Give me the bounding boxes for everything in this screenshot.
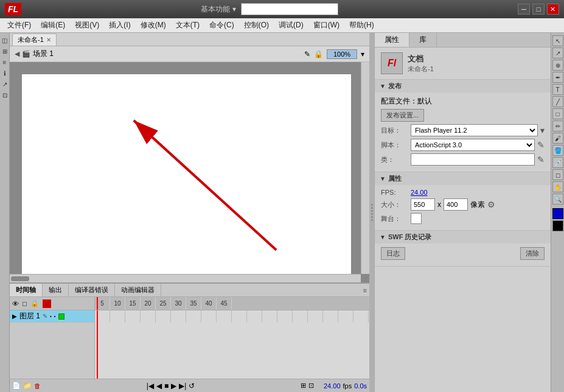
rt-eyedrop-tool[interactable]: 💉 <box>552 157 563 168</box>
menu-insert[interactable]: 插入(I) <box>104 19 135 32</box>
rt-fill-color[interactable] <box>552 208 563 219</box>
script-select[interactable]: ActionScript 3.0 <box>411 139 535 151</box>
menu-command[interactable]: 命令(C) <box>204 19 239 32</box>
outline-icon[interactable]: 🔒 <box>30 299 39 307</box>
layer-expand-icon[interactable]: ▶ <box>12 313 17 320</box>
rt-arrow-tool[interactable]: ↖ <box>552 35 563 46</box>
target-edit-btn[interactable]: ▾ <box>540 125 545 135</box>
tl-loop-btn[interactable]: ↺ <box>189 382 195 390</box>
class-label: 类： <box>381 155 408 164</box>
back-button[interactable]: ◀ <box>15 50 19 58</box>
scene-icon: 🎬 <box>22 50 30 58</box>
menu-modify[interactable]: 修改(M) <box>136 19 171 32</box>
publish-settings-button[interactable]: 发布设置... <box>381 109 424 122</box>
close-button[interactable]: ✕ <box>547 4 559 15</box>
size-height-input[interactable] <box>444 198 468 211</box>
swf-section-header[interactable]: ▼ SWF 历史记录 <box>375 231 551 243</box>
tl-playback-prev[interactable]: ◀ <box>156 382 162 390</box>
eye-icon[interactable]: 👁 <box>12 300 19 307</box>
tl-playback-start[interactable]: |◀ <box>147 382 154 390</box>
frame-num-15: 15 <box>125 297 141 310</box>
menu-view[interactable]: 视图(V) <box>70 19 104 32</box>
layer-pencil-icon[interactable]: ✎ <box>43 313 47 320</box>
tl-add-folder-btn[interactable]: 📁 <box>23 382 32 390</box>
tl-tab-errors[interactable]: 编译器错误 <box>69 284 115 296</box>
class-edit-btn[interactable]: ✎ <box>537 155 545 164</box>
title-bar-left: FL <box>5 3 21 15</box>
swf-log-button[interactable]: 日志 <box>381 247 405 260</box>
tl-playback-play[interactable]: ▶ <box>171 382 176 390</box>
left-tool-5[interactable]: ↗ <box>0 79 10 89</box>
doc-header: Fl 文档 未命名-1 <box>375 47 551 80</box>
menu-help[interactable]: 帮助(H) <box>344 19 379 32</box>
canvas-scrollbar-horizontal[interactable] <box>10 274 361 282</box>
tl-frames-track[interactable] <box>95 310 369 379</box>
rt-pen-tool[interactable]: ✒ <box>552 72 563 83</box>
tl-tab-anim[interactable]: 动画编辑器 <box>115 284 161 296</box>
tl-playback-end[interactable]: ▶| <box>179 382 186 390</box>
menu-file[interactable]: 文件(F) <box>2 19 36 32</box>
rt-hand-tool[interactable]: ✋ <box>552 181 563 192</box>
panel-divider[interactable] <box>369 33 374 392</box>
config-row: 配置文件：默认 <box>381 96 545 107</box>
tl-new-layer-btn[interactable]: 📄 <box>12 382 21 390</box>
search-input[interactable] <box>241 3 338 15</box>
menu-edit[interactable]: 编辑(E) <box>36 19 70 32</box>
target-select[interactable]: Flash Player 11.2 <box>411 124 538 136</box>
layer-color-box[interactable] <box>58 313 64 320</box>
h-scrollbar-thumb[interactable] <box>11 276 29 281</box>
lock-icon2[interactable]: □ <box>23 300 27 307</box>
tl-paste-frames[interactable]: ⊡ <box>308 382 314 390</box>
rt-select-tool[interactable]: ↗ <box>552 47 563 58</box>
stage-color-picker[interactable] <box>411 213 422 224</box>
menu-debug[interactable]: 调试(D) <box>274 19 308 32</box>
rt-text-tool[interactable]: T <box>552 84 563 95</box>
swf-arrow-icon: ▼ <box>380 234 386 240</box>
rt-transform-tool[interactable]: ⊕ <box>552 60 563 71</box>
tl-tab-output[interactable]: 输出 <box>43 284 69 296</box>
publish-section-header[interactable]: ▼ 发布 <box>375 80 551 93</box>
rt-pencil-tool[interactable]: ✏ <box>552 121 563 131</box>
size-width-input[interactable] <box>411 198 435 211</box>
menu-control[interactable]: 控制(O) <box>239 19 274 32</box>
tab-close-icon[interactable]: ✕ <box>46 37 51 43</box>
maximize-button[interactable]: □ <box>532 4 545 15</box>
rt-zoom-tool[interactable]: 🔍 <box>552 194 563 205</box>
canvas-scrollbar-vertical[interactable] <box>361 62 369 274</box>
frame-icon[interactable] <box>43 299 51 308</box>
preset-label[interactable]: 基本功能 ▾ <box>201 4 235 15</box>
fps-value[interactable]: 24.00 <box>411 189 428 196</box>
left-tool-6[interactable]: ⊡ <box>0 90 10 100</box>
menu-text[interactable]: 文本(T) <box>171 19 204 32</box>
tl-copy-frames[interactable]: ⊞ <box>301 382 306 390</box>
zoom-input[interactable]: 100% <box>327 49 357 59</box>
tl-fps-value[interactable]: 24.00 <box>324 382 341 390</box>
left-tool-1[interactable]: ◫ <box>0 35 10 45</box>
menu-window[interactable]: 窗口(W) <box>308 19 344 32</box>
rt-brush-tool[interactable]: 🖌 <box>552 133 563 144</box>
properties-section-header[interactable]: ▼ 属性 <box>375 172 551 185</box>
tl-playback-stop[interactable]: ■ <box>164 382 169 390</box>
swf-clear-button[interactable]: 清除 <box>520 247 545 260</box>
minimize-button[interactable]: ─ <box>518 4 530 15</box>
left-tool-2[interactable]: ⊞ <box>0 46 10 56</box>
tab-unnamed[interactable]: 未命名-1 ✕ <box>12 33 57 46</box>
stage-breadcrumb: ◀ 🎬 场景 1 <box>15 49 301 59</box>
tab-library[interactable]: 库 <box>409 33 437 47</box>
timeline-menu-btn[interactable]: ≡ <box>363 287 367 294</box>
tl-del-layer-btn[interactable]: 🗑 <box>34 382 41 390</box>
zoom-arrow[interactable]: ▾ <box>361 50 364 58</box>
rt-line-tool[interactable]: ╱ <box>552 96 563 107</box>
class-input[interactable] <box>411 153 535 166</box>
rt-eraser-tool[interactable]: ◻ <box>552 169 563 180</box>
script-edit-btn[interactable]: ✎ <box>537 140 545 150</box>
tab-properties[interactable]: 属性 <box>375 33 409 47</box>
rt-paint-tool[interactable]: 🪣 <box>552 145 563 156</box>
rt-stroke-color[interactable] <box>552 220 563 231</box>
size-edit-btn[interactable]: ⚙ <box>487 200 495 209</box>
left-tool-3[interactable]: ≡ <box>0 57 10 67</box>
fps-label: FPS: <box>381 189 408 196</box>
left-tool-4[interactable]: ℹ <box>0 68 10 78</box>
rt-rect-tool[interactable]: □ <box>552 108 563 119</box>
tl-tab-timeline[interactable]: 时间轴 <box>10 284 43 296</box>
